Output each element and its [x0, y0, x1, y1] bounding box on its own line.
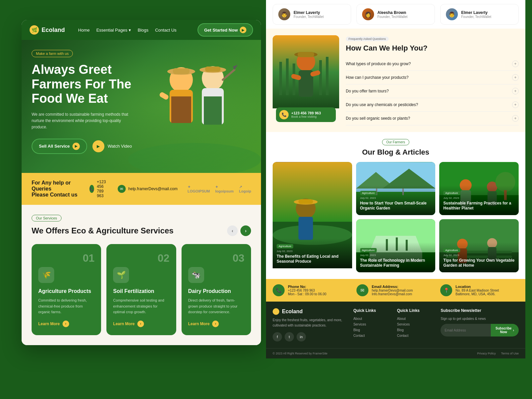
- learn-more-2[interactable]: Learn More ›: [113, 321, 169, 327]
- faq-expand-3[interactable]: +: [512, 88, 519, 94]
- twitter-icon[interactable]: t: [285, 332, 294, 341]
- faq-expand-5[interactable]: +: [512, 115, 519, 122]
- nav-contact[interactable]: Contact Us: [155, 28, 176, 33]
- fc-location-icon: 📍: [440, 284, 452, 296]
- sell-service-button[interactable]: Sell All Service ▶: [32, 139, 87, 154]
- faq-item-1[interactable]: What types of produce do you grow? +: [346, 57, 519, 71]
- privacy-link[interactable]: Privacy Policy: [477, 352, 496, 355]
- footer-links-col-2: Quick Links About Services Blog Contact: [397, 308, 434, 341]
- blog-title-5: Tips for Growing Your Own Vegetable Gard…: [443, 258, 515, 268]
- testimonial-info-1: Elmer Laverty Founder, TechWallet: [294, 10, 324, 19]
- svg-rect-3: [171, 96, 191, 123]
- blog-section-title: Our Blog & Articles: [273, 148, 519, 157]
- avatar-3: 👨: [446, 8, 458, 20]
- faq-expand-1[interactable]: +: [512, 61, 519, 67]
- nav-essential[interactable]: Essential Pages ▾: [96, 28, 131, 33]
- faq-question-3: Do you offer farm tours?: [346, 89, 389, 93]
- testimonial-name-1: Elmer Laverty: [294, 10, 324, 15]
- nav-home[interactable]: Home: [78, 28, 90, 33]
- blog-card-4[interactable]: Agriculture July 02, 2023 The Role of Te…: [356, 219, 436, 272]
- testimonial-1: 👨 Elmer Laverty Founder, TechWallet: [273, 4, 351, 25]
- svg-rect-18: [326, 57, 329, 95]
- faq-title: How Can We Help You?: [346, 44, 519, 53]
- service-desc-1: Committed to delivering fresh, chemical-…: [38, 298, 94, 315]
- footer-link-blog-2[interactable]: Blog: [397, 328, 434, 332]
- nav-arrows: ‹ ›: [227, 225, 251, 236]
- blog-date-3: July 02, 2023: [443, 197, 515, 200]
- email-icon: ✉: [118, 185, 126, 193]
- svg-rect-17: [319, 60, 322, 95]
- learn-more-1[interactable]: Learn More ›: [38, 321, 94, 327]
- footer-link-services-1[interactable]: Services: [353, 323, 390, 326]
- blog-title-1: The Benefits of Eating Local and Seasona…: [277, 254, 348, 264]
- play-icon: ▶: [92, 140, 104, 152]
- fc-phone-icon: 📞: [273, 284, 285, 296]
- blog-card-3[interactable]: Agriculture July 02, 2023 Sustainable Fa…: [439, 162, 519, 215]
- testimonial-name-2: Aleesha Brown: [377, 10, 408, 15]
- faq-image: 📞 +123 456 789 963 Book a free visiting: [273, 35, 339, 125]
- service-title-2: Soil Fertilization: [113, 288, 169, 294]
- blog-overlay-5: Agriculture July 02, 2023 Tips for Growi…: [439, 242, 519, 272]
- contact-heading: For Any help or Queries: [32, 180, 79, 192]
- faq-item-5[interactable]: Do you sell organic seeds or plants? +: [346, 112, 519, 125]
- blog-date-1: July 02, 2023: [277, 250, 348, 253]
- footer-link-blog-1[interactable]: Blog: [353, 328, 390, 332]
- learn-more-3[interactable]: Learn More ›: [188, 321, 244, 327]
- faq-expand-2[interactable]: +: [512, 74, 519, 81]
- avatar-2: 👩: [362, 8, 374, 20]
- footer-brand-desc: Enjoy the freshest fruits, vegetables, a…: [273, 318, 347, 328]
- footer-link-about-1[interactable]: About: [353, 317, 390, 321]
- fc-location-label: Location: [456, 285, 499, 289]
- social-icons: f t in: [273, 332, 347, 341]
- faq-question-1: What types of produce do you grow?: [346, 62, 411, 66]
- hero-tag: Make a farm with us: [32, 50, 73, 57]
- newsletter-subscribe-button[interactable]: Subscribe Now ›: [491, 324, 519, 336]
- faq-item-3[interactable]: Do you offer farm tours? +: [346, 84, 519, 98]
- footer-link-services-2[interactable]: Services: [397, 323, 434, 326]
- navbar: 🌿 Ecoland Home Essential Pages ▾ Blogs C…: [22, 20, 261, 40]
- newsletter-email-input[interactable]: [441, 324, 491, 336]
- service-num-2: 02: [113, 252, 169, 264]
- faq-question-2: How can I purchase your products?: [346, 75, 409, 80]
- blog-card-1[interactable]: Agriculture July 02, 2023 The Benefits o…: [273, 162, 352, 272]
- blog-overlay-4: Agriculture July 02, 2023 The Role of Te…: [356, 242, 436, 272]
- subscribe-arrow-icon: ›: [513, 329, 514, 332]
- testimonial-info-3: Elmer Laverty Founder, TechWallet: [461, 10, 491, 19]
- faq-phone-text: +123 456 789 963 Book a free visiting: [291, 111, 321, 118]
- newsletter-form: Subscribe Now ›: [441, 324, 519, 336]
- footer-link-about-2[interactable]: About: [397, 317, 434, 321]
- prev-arrow[interactable]: ‹: [227, 225, 238, 236]
- faq-item-4[interactable]: Do you use any chemicals or pesticides? …: [346, 98, 519, 112]
- terms-link[interactable]: Terms of Use: [501, 352, 519, 355]
- footer-brand-name: Ecoland: [282, 309, 303, 315]
- nav-cta-button[interactable]: Get Started Now ▶: [198, 23, 253, 37]
- footer-col-2-title: Quick Links: [397, 308, 434, 313]
- learn-arrow-1: ›: [63, 321, 69, 327]
- faq-item-2[interactable]: How can I purchase your products? +: [346, 71, 519, 84]
- nav-blogs[interactable]: Blogs: [138, 28, 149, 33]
- footer-link-contact-1[interactable]: Contact: [353, 334, 390, 337]
- blog-cat-2: Agriculture: [360, 191, 377, 195]
- testimonial-role-2: Founder, TechWallet: [377, 15, 408, 19]
- footer-col-1-title: Quick Links: [353, 308, 390, 313]
- services-title-row: We Offers Eco & Agriculture Services ‹ ›: [32, 225, 251, 236]
- blog-card-5[interactable]: Agriculture July 02, 2023 Tips for Growi…: [439, 219, 519, 272]
- footer-contact-bar: 📞 Phone No: +123 456 789 963Mon - Sat : …: [266, 279, 525, 302]
- next-arrow[interactable]: ›: [240, 225, 251, 236]
- hero-description: We are committed to sustainable farming …: [32, 111, 131, 131]
- faq-expand-4[interactable]: +: [512, 101, 519, 108]
- svg-rect-16: [293, 64, 295, 95]
- blog-card-2[interactable]: Agriculture July 02, 2023 How to Start Y…: [356, 162, 436, 215]
- testimonial-info-2: Aleesha Brown Founder, TechWallet: [377, 10, 408, 19]
- newsletter-title: Subscribe Newsletter: [441, 308, 519, 313]
- blog-title-3: Sustainable Farming Practices for a Heal…: [443, 201, 515, 211]
- instagram-icon[interactable]: in: [297, 332, 306, 341]
- footer-link-contact-2[interactable]: Contact: [397, 334, 434, 337]
- logo-1: ✦ LOGOIPSUM: [188, 185, 210, 193]
- blog-header: Our Farmers Our Blog & Articles: [273, 139, 519, 157]
- testimonials-bar: 👨 Elmer Laverty Founder, TechWallet 👩 Al…: [266, 0, 525, 29]
- svg-line-12: [223, 70, 234, 80]
- watch-video-button[interactable]: ▶ Watch Video: [92, 140, 132, 152]
- brand-name: Ecoland: [42, 27, 65, 34]
- facebook-icon[interactable]: f: [273, 332, 282, 341]
